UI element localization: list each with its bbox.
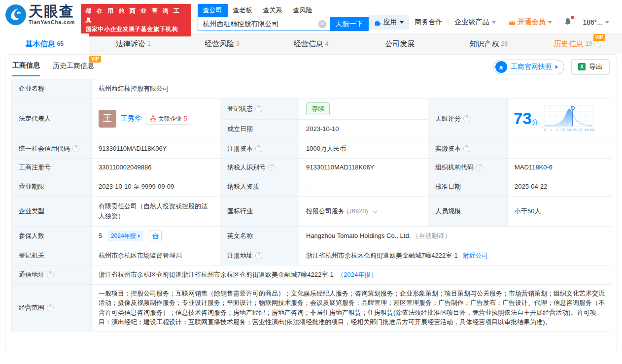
table-row: 营业期限 2023-10-10 至 9999-09-09 纳税人资质 - 核准日…: [12, 177, 612, 196]
svg-text:85: 85: [573, 128, 577, 132]
search-tab-relation[interactable]: 查关系: [258, 4, 288, 17]
help-icon[interactable]: ?: [47, 271, 54, 278]
taxpayer-quality-value: -: [299, 177, 428, 196]
help-icon[interactable]: ?: [268, 164, 275, 171]
export-button[interactable]: X 导出: [571, 59, 610, 75]
tab-legal-proceedings[interactable]: 法律诉讼 1: [89, 33, 177, 54]
slogan-line2: 国家中小企业发展子基金旗下机构: [85, 25, 186, 34]
social-insurance-button[interactable]: [149, 231, 162, 241]
taxpayer-id-value: 91330110MAD118K06Y: [299, 158, 428, 177]
notification-dot: [571, 16, 574, 19]
score-unit: 分: [532, 118, 538, 126]
nav-enterprise[interactable]: 企业级产品: [449, 18, 502, 27]
help-icon[interactable]: ?: [594, 40, 601, 47]
company-type-value: 有限责任公司（自然人投资或控股的法人独资）: [92, 196, 220, 226]
official-snapshot-button[interactable]: 工商官网快照: [493, 60, 564, 74]
nav-cooperation-label: 商务合作: [415, 18, 443, 27]
help-icon[interactable]: ?: [476, 164, 483, 171]
industry-name: 控股公司服务: [306, 207, 345, 215]
tab-history-info[interactable]: VIP 历史信息 19 ?: [533, 33, 622, 54]
help-icon[interactable]: ?: [72, 145, 79, 152]
related-companies-label: 关联企业: [158, 114, 182, 123]
subtab-label: 历史工商信息: [53, 62, 94, 69]
nav-cooperation[interactable]: 商务合作: [409, 18, 449, 27]
subtab-business-info[interactable]: 工商信息: [12, 61, 40, 76]
tab-operation-info[interactable]: 经营信息 4: [267, 33, 355, 54]
english-name-cell: Hangzhou Tomato Holdings Co., Ltd. （自动翻译…: [299, 226, 612, 246]
tab-basic-info[interactable]: 基本信息 65: [0, 33, 89, 54]
slogan-line1: 都 在 用 的 商 业 查 询 工 具: [85, 6, 186, 25]
score-value-block[interactable]: 73分: [514, 110, 538, 127]
reg-authority-value: 杭州市余杭区市场监督管理局: [92, 246, 220, 265]
subtab-row: 工商信息 历史工商信息 VIP 工商官网快照 X 导出: [5, 55, 617, 76]
tab-label: 法律诉讼: [116, 39, 145, 49]
status-badge: 存续: [306, 102, 330, 115]
field-label: 成立日期: [220, 119, 299, 139]
tab-label: 公司发展: [385, 39, 415, 49]
notifications-bell[interactable]: [558, 17, 577, 28]
field-label: 英文名称: [220, 226, 299, 246]
help-icon[interactable]: ?: [463, 145, 470, 152]
tab-label: 经营风险: [205, 39, 234, 49]
annual-report-link[interactable]: （2024年报）: [337, 271, 377, 278]
tab-label: 基本信息: [25, 39, 55, 49]
chevron-down-icon: [400, 21, 404, 24]
table-row: 经营范围? 一般项目：控股公司服务；互联网销售（除销售需要许可的商品）；文化娱乐…: [12, 284, 612, 331]
arrow-right-icon: [555, 65, 558, 69]
logo-domain: TianYanCha.com: [29, 20, 75, 25]
tab-count: 19: [586, 40, 592, 47]
chevron-down-icon[interactable]: [373, 208, 378, 213]
search-tab-company[interactable]: 查公司: [198, 4, 228, 17]
field-label: 企业名称: [12, 79, 92, 99]
field-label: 企业类型: [12, 196, 92, 226]
staff-size-value: 小于50人: [508, 196, 612, 226]
help-icon[interactable]: ?: [255, 252, 262, 259]
seal-stamp-icon: [495, 61, 507, 73]
tab-count: 1: [147, 40, 151, 47]
tab-intellectual-property[interactable]: 知识产权 28: [444, 33, 533, 54]
field-label: 天眼评分?: [428, 99, 508, 139]
official-snapshot-label: 工商官网快照: [511, 63, 552, 71]
nav-account[interactable]: 186*...: [577, 18, 615, 26]
org-chart-icon: [150, 115, 156, 122]
nav-apps[interactable]: 应用: [369, 15, 409, 30]
tab-operation-risk[interactable]: 经营风险 3: [178, 33, 267, 54]
svg-text:3: 3: [556, 128, 558, 132]
arrow-right-icon: [138, 234, 140, 237]
tab-company-development[interactable]: 公司发展: [355, 33, 444, 54]
org-code-value: MAD118K0-6: [508, 158, 612, 177]
help-icon[interactable]: ?: [255, 145, 262, 152]
tab-count: 65: [57, 40, 63, 47]
legal-rep-link[interactable]: 王秀华: [121, 113, 141, 124]
score-distribution-chart[interactable]: 0 1 3 15 50 85 97 99 100: [543, 105, 594, 132]
nav-open-vip[interactable]: 开通会员: [502, 18, 558, 27]
business-info-card: 工商信息 历史工商信息 VIP 工商官网快照 X 导出: [5, 54, 617, 353]
related-companies-badge[interactable]: 关联企业 5: [146, 113, 191, 125]
avatar[interactable]: 王: [99, 110, 116, 128]
nearby-companies-link[interactable]: 附近公司: [462, 252, 488, 259]
help-icon[interactable]: ?: [463, 115, 470, 122]
search-tab-risk[interactable]: 查风险: [288, 4, 318, 17]
search-input[interactable]: [198, 17, 330, 31]
search-button[interactable]: 天眼一下: [330, 17, 369, 31]
company-section-tabs: 基本信息 65 法律诉讼 1 经营风险 3 经营信息 4 公司发展 知识产权 2…: [0, 33, 622, 54]
bank-icon: [152, 233, 159, 239]
reg-status-value: 存续: [299, 99, 428, 120]
nav-enterprise-label: 企业级产品: [455, 18, 489, 27]
nav-apps-label: 应用: [383, 18, 397, 27]
card-toolbar: 工商官网快照 X 导出: [493, 59, 610, 75]
table-row: 法定代表人 王 王秀华 关联企业 5: [12, 99, 612, 120]
table-row: 工商注册号 330110002049886 纳税人识别号? 91330110MA…: [12, 158, 612, 177]
help-icon[interactable]: ?: [255, 105, 262, 112]
help-icon[interactable]: ?: [47, 304, 54, 311]
clear-search-icon[interactable]: ✕: [318, 20, 326, 28]
tianyancha-logo[interactable]: 天眼查 TianYanCha.com: [5, 4, 75, 26]
tianyancha-logo-icon: [5, 4, 27, 26]
vip-badge: VIP: [89, 56, 101, 63]
paid-capital-value: -: [508, 139, 612, 158]
annual-report-badge[interactable]: 2024年报: [108, 231, 143, 241]
subtab-history-business-info[interactable]: 历史工商信息 VIP: [53, 62, 94, 76]
search-tab-boss[interactable]: 查老板: [228, 4, 258, 17]
svg-text:0: 0: [544, 128, 546, 132]
table-row: 参保人数 5 2024年报 英文名称 Hangzhou Tomato Holdi…: [12, 226, 612, 246]
